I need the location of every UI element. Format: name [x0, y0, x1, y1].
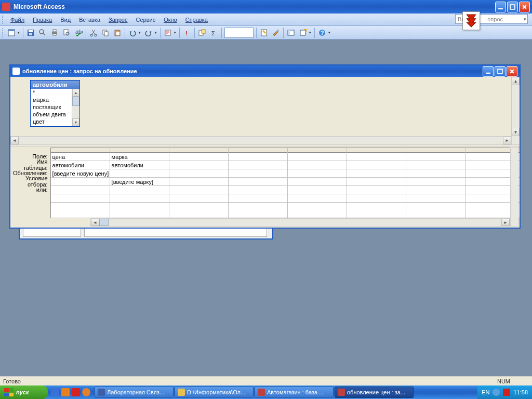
task-button[interactable]: D:\Информатика\Ол...	[175, 387, 254, 398]
system-tray: EN 11:58	[477, 385, 532, 399]
newobject-dropdown[interactable]	[308, 31, 313, 35]
scroll-down-icon[interactable]: ▼	[512, 128, 520, 136]
table-box-title[interactable]: автомобили	[31, 81, 79, 89]
help-button[interactable]: ?	[316, 27, 328, 38]
close-button[interactable]	[519, 2, 530, 12]
col-selector[interactable]	[406, 148, 465, 153]
scroll-left-icon[interactable]: ◄	[10, 137, 19, 144]
tray-icon[interactable]	[493, 389, 500, 396]
totals-button[interactable]: Σ	[208, 27, 220, 38]
dbwindow-button[interactable]	[285, 27, 297, 38]
newobject-button[interactable]	[297, 27, 309, 38]
task-button[interactable]: Автомагазин : база ...	[255, 387, 334, 398]
menu-file[interactable]: Файл	[6, 15, 29, 24]
build-button[interactable]	[270, 27, 282, 38]
child-window-icon	[12, 68, 20, 75]
redo-dropdown[interactable]	[153, 31, 158, 35]
upper-hscroll[interactable]: ◄ ►	[10, 136, 511, 144]
scroll-down-icon[interactable]: ▼	[72, 118, 79, 126]
undo-button[interactable]	[127, 27, 138, 38]
col-selector[interactable]	[169, 148, 228, 153]
firefox-icon[interactable]	[82, 388, 90, 396]
col-selector[interactable]	[347, 148, 406, 153]
tables-pane[interactable]: автомобили * марка поставщик объем двига…	[10, 77, 520, 144]
start-button[interactable]: пуск	[0, 385, 48, 399]
col-selector[interactable]	[51, 148, 110, 153]
showtable-button[interactable]	[196, 27, 208, 38]
menu-edit[interactable]: Правка	[29, 15, 56, 24]
grid-hscroll[interactable]: ◄ ►	[90, 218, 510, 227]
print-button[interactable]	[49, 27, 60, 38]
child-titlebar[interactable]: обновление цен : запрос на обновление	[10, 65, 520, 77]
properties-button[interactable]	[258, 27, 270, 38]
col-selector[interactable]	[229, 148, 287, 153]
svg-rect-23	[202, 30, 205, 33]
scroll-up-icon[interactable]: ▲	[72, 89, 79, 97]
view-dropdown[interactable]	[16, 31, 21, 35]
upper-vscroll[interactable]: ▲ ▼	[511, 77, 520, 144]
grid-col[interactable]: ценаавтомобили[введите новую цену]	[51, 148, 110, 218]
svg-rect-29	[300, 30, 305, 35]
search-button[interactable]	[37, 27, 48, 38]
menu-insert[interactable]: Вставка	[75, 15, 104, 24]
run-button[interactable]: !	[181, 27, 193, 38]
child-minimize-button[interactable]	[483, 66, 494, 77]
grid-col[interactable]	[347, 148, 406, 218]
save-button[interactable]	[25, 27, 36, 38]
scroll-thumb[interactable]	[72, 97, 79, 106]
cut-button[interactable]	[88, 27, 99, 38]
menu-help[interactable]: Справка	[181, 15, 212, 24]
red-arrow-annotation	[462, 11, 480, 30]
ie-icon[interactable]	[51, 388, 59, 396]
grid-col[interactable]	[229, 148, 288, 218]
grid-col[interactable]	[288, 148, 347, 218]
spell-button[interactable]: abc	[73, 27, 84, 38]
clock[interactable]: 11:58	[513, 389, 528, 395]
svg-point-26	[277, 30, 279, 32]
menu-query[interactable]: Запрос	[104, 15, 131, 24]
menu-grip[interactable]	[2, 16, 4, 24]
minimize-button[interactable]	[495, 2, 506, 12]
scroll-right-icon[interactable]: ►	[503, 137, 511, 144]
undo-dropdown[interactable]	[137, 31, 142, 35]
toolbar-grip[interactable]	[2, 28, 4, 37]
copy-button[interactable]	[100, 27, 111, 38]
menu-window[interactable]: Окно	[159, 15, 181, 24]
child-maximize-button[interactable]	[495, 66, 506, 77]
toolbar-options[interactable]	[327, 31, 332, 35]
scroll-thumb[interactable]	[99, 219, 109, 226]
scroll-left-icon[interactable]: ◄	[91, 219, 99, 226]
table-scroll[interactable]: ▲ ▼	[72, 89, 79, 126]
scroll-up-icon[interactable]: ▲	[512, 77, 520, 85]
quicklaunch-icon[interactable]	[61, 388, 70, 396]
querytype-dropdown[interactable]	[172, 31, 178, 35]
table-box[interactable]: автомобили * марка поставщик объем двига…	[30, 80, 80, 127]
redo-button[interactable]	[143, 27, 154, 38]
grid-col[interactable]	[169, 148, 229, 218]
scroll-right-icon[interactable]: ►	[501, 219, 510, 226]
kaspersky-icon[interactable]	[503, 389, 510, 396]
grid-col[interactable]: маркаавтомобили[введите марку]	[110, 148, 169, 218]
col-selector[interactable]	[110, 148, 169, 153]
topvalues-combo[interactable]	[224, 28, 254, 38]
maximize-button[interactable]	[507, 2, 518, 12]
windows-logo-icon	[4, 388, 14, 396]
menu-view[interactable]: Вид	[56, 15, 75, 24]
svg-rect-5	[29, 30, 33, 32]
preview-button[interactable]	[61, 27, 72, 38]
view-button[interactable]	[6, 27, 17, 38]
task-button[interactable]: обновление цен : за...	[335, 387, 414, 398]
access-icon	[338, 389, 345, 396]
grid-vscroll[interactable]	[510, 148, 518, 227]
menu-service[interactable]: Сервис	[131, 15, 159, 24]
opera-icon[interactable]	[72, 388, 80, 396]
col-selector[interactable]	[288, 148, 347, 153]
statusbar: Готово NUM	[0, 376, 532, 385]
child-close-button[interactable]	[507, 66, 517, 77]
task-button[interactable]: Лабораторная Связ...	[95, 387, 174, 398]
querytype-button[interactable]	[162, 27, 174, 38]
svg-point-14	[90, 34, 92, 36]
lang-indicator[interactable]: EN	[482, 389, 489, 395]
grid-col[interactable]	[406, 148, 466, 218]
paste-button[interactable]	[112, 27, 123, 38]
